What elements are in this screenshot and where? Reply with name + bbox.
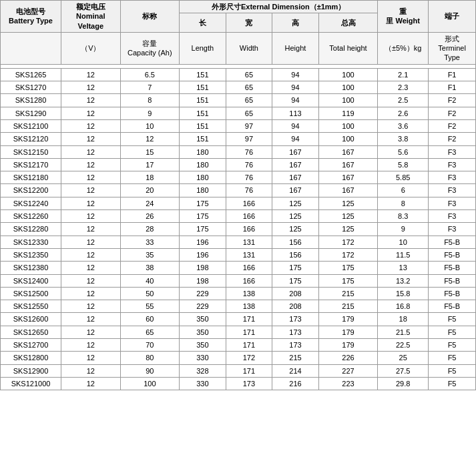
capacity-cell: 10 — [120, 119, 180, 132]
length-cell: 151 — [180, 133, 226, 145]
terminal-cell: F5-B — [429, 274, 476, 287]
width-cell: 76 — [226, 171, 272, 184]
weight-cell: 5.6 — [378, 145, 429, 158]
capacity-cell: 26 — [120, 210, 180, 223]
battery-type-cell: SKS12700 — [1, 339, 61, 352]
length-cell: 196 — [180, 248, 226, 261]
width-cell: 166 — [226, 262, 272, 274]
weight-cell: 27.5 — [378, 364, 429, 377]
width-cell: 171 — [226, 339, 272, 352]
battery-type-cell: SKS12350 — [1, 248, 61, 261]
length-cell: 196 — [180, 236, 226, 248]
battery-type-cell: SKS12330 — [1, 236, 61, 248]
weight-cell: 2.6 — [378, 107, 429, 119]
table-row: SKS12120121215197941003.8F2 — [1, 133, 476, 145]
voltage-cell: 12 — [61, 184, 121, 197]
voltage-cell: 12 — [61, 326, 121, 338]
height-cell: 175 — [272, 274, 319, 287]
width-cell: 138 — [226, 300, 272, 313]
terminal-cell: F5-B — [429, 248, 476, 261]
capacity-cell: 15 — [120, 145, 180, 158]
total-height-cell: 172 — [318, 236, 378, 248]
weight-cell: 5.85 — [378, 171, 429, 184]
battery-type-cell: SKS12650 — [1, 326, 61, 338]
weight-cell: 8 — [378, 197, 429, 209]
length-cell: 151 — [180, 68, 226, 81]
terminal-cell: F5-B — [429, 262, 476, 274]
width-cell: 131 — [226, 248, 272, 261]
table-row: SKS121501215180761671675.6F3 — [1, 145, 476, 158]
weight-cell: 10 — [378, 236, 429, 248]
total-height-cell: 100 — [318, 119, 378, 132]
width-cell: 131 — [226, 236, 272, 248]
length-cell: 180 — [180, 184, 226, 197]
total-height-cell: 100 — [318, 133, 378, 145]
length-cell: 350 — [180, 313, 226, 326]
width-cell: 166 — [226, 210, 272, 223]
voltage-cell: 12 — [61, 197, 121, 209]
table-row: SKS12500125022913820821515.8F5-B — [1, 287, 476, 300]
height-cell: 167 — [272, 145, 319, 158]
height-unit: Height — [272, 32, 319, 64]
weight-cell: 6 — [378, 184, 429, 197]
weight-cell: 15.8 — [378, 287, 429, 300]
height-cell: 94 — [272, 94, 319, 107]
table-row: SKS12350123519613115617211.5F5-B — [1, 248, 476, 261]
battery-type-cell: SKS12900 — [1, 364, 61, 377]
terminal-cell: F5 — [429, 364, 476, 377]
capacity-cell: 65 — [120, 326, 180, 338]
length-cell: 180 — [180, 158, 226, 171]
voltage-cell: 12 — [61, 236, 121, 248]
capacity-cell: 9 — [120, 107, 180, 119]
height-header: 高 — [272, 13, 319, 33]
weight-cell: 13 — [378, 262, 429, 274]
battery-type-cell: SKS12280 — [1, 223, 61, 236]
capacity-cell: 17 — [120, 158, 180, 171]
length-cell: 151 — [180, 81, 226, 94]
table-row: SKS121701217180761671675.8F3 — [1, 158, 476, 171]
terminal-cell: F5-B — [429, 300, 476, 313]
capacity-cell: 24 — [120, 197, 180, 209]
total-height-header: 总高 — [318, 13, 378, 33]
capacity-cell: 6.5 — [120, 68, 180, 81]
width-cell: 166 — [226, 197, 272, 209]
voltage-cell: 12 — [61, 352, 121, 364]
weight-cell: 5.8 — [378, 158, 429, 171]
table-row: SKS12380123819816617517513F5-B — [1, 262, 476, 274]
height-cell: 156 — [272, 248, 319, 261]
capacity-cell: 60 — [120, 313, 180, 326]
voltage-cell: 12 — [61, 133, 121, 145]
height-cell: 173 — [272, 326, 319, 338]
capacity-cell: 50 — [120, 287, 180, 300]
battery-type-cell: SKS12380 — [1, 262, 61, 274]
total-height-cell: 175 — [318, 274, 378, 287]
weight-cell: 3.6 — [378, 119, 429, 132]
voltage-cell: 12 — [61, 107, 121, 119]
nominal-voltage-header: 额定电压 Nominal Veltage — [61, 1, 121, 33]
table-row: SKS127012715165941002.3F1 — [1, 81, 476, 94]
terminal-cell: F5-B — [429, 287, 476, 300]
weight-cell: 2.1 — [378, 68, 429, 81]
battery-type-cell: SKS121000 — [1, 377, 61, 390]
total-height-cell: 125 — [318, 223, 378, 236]
total-height-unit: Total height — [318, 32, 378, 64]
battery-type-cell: SKS12500 — [1, 287, 61, 300]
terminal-cell: F3 — [429, 184, 476, 197]
battery-type-cell: SKS12100 — [1, 119, 61, 132]
capacity-cell: 100 — [120, 377, 180, 390]
table-row: SKS1228012281751661251259F3 — [1, 223, 476, 236]
height-cell: 208 — [272, 287, 319, 300]
height-cell: 173 — [272, 313, 319, 326]
terminal-cell: F3 — [429, 223, 476, 236]
width-unit: Width — [226, 32, 272, 64]
weight-cell: 16.8 — [378, 300, 429, 313]
terminal-cell: F3 — [429, 145, 476, 158]
terminal-cell: F2 — [429, 94, 476, 107]
battery-type-cell: SKS1290 — [1, 107, 61, 119]
height-cell: 216 — [272, 377, 319, 390]
voltage-cell: 12 — [61, 339, 121, 352]
height-cell: 125 — [272, 197, 319, 209]
total-height-cell: 215 — [318, 300, 378, 313]
terminal-cell: F5 — [429, 339, 476, 352]
total-height-cell: 125 — [318, 210, 378, 223]
